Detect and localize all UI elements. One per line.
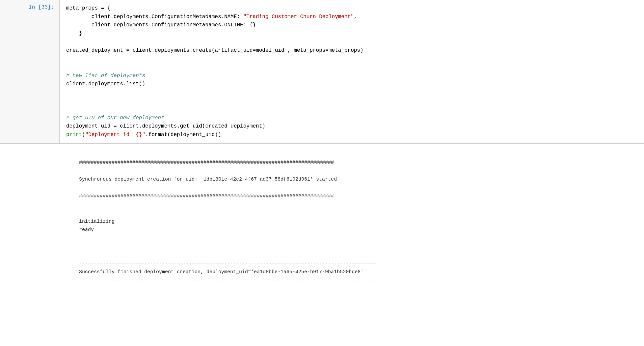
prompt-label: In [33]: bbox=[29, 4, 54, 10]
output-initializing: initializing bbox=[79, 217, 637, 226]
code-line-6: created_deployment = client.deployments.… bbox=[66, 46, 637, 55]
code-line-16: print("Deployment id: {}".format(deploym… bbox=[66, 131, 637, 139]
output-line-hash3: ########################################… bbox=[79, 192, 637, 201]
code-line-5 bbox=[66, 38, 637, 46]
code-line-2: client.deployments.ConfigurationMetaName… bbox=[66, 13, 637, 21]
output-line-hash2: ########################################… bbox=[79, 159, 637, 167]
code-line-8 bbox=[66, 63, 637, 72]
output-blank7 bbox=[79, 251, 637, 260]
code-line-11 bbox=[66, 89, 637, 97]
output-blank6 bbox=[79, 243, 637, 251]
output-blank5 bbox=[79, 234, 637, 243]
code-line-4: } bbox=[66, 30, 637, 38]
output-ready: ready bbox=[79, 226, 637, 234]
output-dashes1: ----------------------------------------… bbox=[79, 259, 637, 268]
notebook-container: In [33]: meta_props = { client.deploymen… bbox=[0, 0, 644, 346]
cell-prompt: In [33]: bbox=[0, 0, 60, 143]
code-line-9: # new list of deployments bbox=[66, 72, 637, 80]
code-cell-33: In [33]: meta_props = { client.deploymen… bbox=[0, 0, 644, 144]
output-blank4 bbox=[79, 209, 637, 217]
output-dashes2: ----------------------------------------… bbox=[79, 276, 637, 285]
output-blank1 bbox=[79, 167, 637, 176]
code-line-3: client.deployments.ConfigurationMetaName… bbox=[66, 21, 637, 30]
output-blank2 bbox=[79, 184, 637, 192]
output-line-hash1 bbox=[79, 150, 637, 159]
code-line-13 bbox=[66, 105, 637, 114]
output-blank3 bbox=[79, 201, 637, 209]
output-area: ########################################… bbox=[59, 144, 644, 291]
code-line-1: meta_props = { bbox=[66, 4, 637, 13]
code-line-10: client.deployments.list() bbox=[66, 80, 637, 89]
cell-code-content[interactable]: meta_props = { client.deployments.Config… bbox=[60, 0, 644, 143]
code-line-7 bbox=[66, 55, 637, 64]
output-success: Successfully finished deployment creatio… bbox=[79, 268, 637, 276]
code-line-12 bbox=[66, 97, 637, 106]
output-sync-line: Synchronous deployment creation for uid:… bbox=[79, 175, 637, 184]
code-line-14: # get UID of our new deployment bbox=[66, 114, 637, 123]
code-line-15: deployment_uid = client.deployments.get_… bbox=[66, 122, 637, 131]
